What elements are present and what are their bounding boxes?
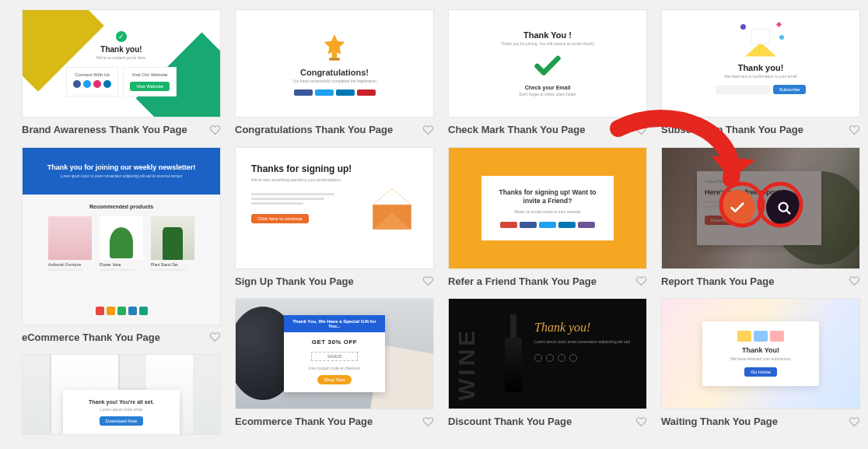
use-template-button[interactable] [719,190,755,226]
svg-rect-0 [332,51,338,58]
heart-icon[interactable] [635,275,647,286]
template-card[interactable]: Thank You, We Have a Special Gift for Yo… [235,298,434,439]
template-title: Brand Awareness Thank You Page [22,124,187,136]
template-thumb[interactable]: Thank You! We have received your submiss… [661,298,860,409]
template-title: Check Mark Thank You Page [448,124,586,136]
template-thumb[interactable]: Thanks for signing up! Want to invite a … [448,147,647,269]
preview-template-button[interactable] [766,190,802,226]
heart-icon[interactable] [209,331,221,342]
template-thumb[interactable]: Congratulations! You have successfully c… [235,9,434,118]
template-thumb[interactable]: Thank You ! Thank you for joining. You w… [448,9,647,118]
template-title: Ecommerce Thank You Page [235,416,373,428]
heart-icon[interactable] [635,416,647,427]
template-card[interactable]: Thank You! We have received your submiss… [661,298,860,439]
template-card[interactable]: ✓ Thank you! We're so excited you're her… [22,9,221,147]
template-title: Refer a Friend Thank You Page [448,275,597,288]
template-thumb[interactable]: WINE Thank you! Lorem ipsum dolor amet c… [448,298,647,409]
hover-overlay [662,148,859,268]
template-thumb[interactable]: Thank you! We have sent a confirmation t… [661,9,860,118]
template-card[interactable]: WINE Thank you! Lorem ipsum dolor amet c… [448,298,647,439]
template-title: Report Thank You Page [661,275,774,288]
template-title: Discount Thank You Page [448,416,572,428]
template-card[interactable]: Thank you! You're all set. Lorem ipsum d… [22,354,221,435]
template-thumb[interactable]: Thank you for joining our weekly newslet… [22,147,221,325]
template-card[interactable]: ● SeedProd Here's your free report Downl… [661,147,860,299]
template-card[interactable]: Thank you! We have sent a confirmation t… [661,9,860,147]
template-title: Waiting Thank You Page [661,416,778,428]
svg-rect-1 [329,58,339,60]
heart-icon[interactable] [209,125,221,135]
heart-icon[interactable] [422,275,434,286]
heart-icon[interactable] [849,125,860,135]
template-card[interactable]: Congratulations! You have successfully c… [235,9,434,147]
heart-icon[interactable] [422,125,434,135]
template-title: Sign Up Thank You Page [235,275,354,288]
template-thumb[interactable]: Thank You, We Have a Special Gift for Yo… [235,298,434,409]
template-card[interactable]: Thanks for signing up! We've sent someth… [235,147,434,299]
template-gallery: ✓ Thank you! We're so excited you're her… [0,0,868,448]
template-thumb[interactable]: Thanks for signing up! We've sent someth… [235,147,434,269]
template-thumb[interactable]: ● SeedProd Here's your free report Downl… [661,147,860,269]
heart-icon[interactable] [849,416,860,427]
template-title: Congratulations Thank You Page [235,124,393,136]
template-thumb[interactable]: Thank you! You're all set. Lorem ipsum d… [22,354,221,435]
template-thumb[interactable]: ✓ Thank you! We're so excited you're her… [22,9,221,118]
svg-line-7 [786,210,789,213]
template-card[interactable]: Thank You ! Thank you for joining. You w… [448,9,647,147]
template-card[interactable]: Thanks for signing up! Want to invite a … [448,147,647,299]
template-title: eCommerce Thank You Page [22,331,160,344]
template-card[interactable]: Thank you for joining our weekly newslet… [22,147,221,355]
svg-marker-3 [373,188,411,205]
heart-icon[interactable] [422,416,434,427]
template-title: Subscription Thank You Page [661,124,803,136]
heart-icon[interactable] [635,125,647,135]
thumb-title: Thank you! [100,45,142,54]
heart-icon[interactable] [849,275,860,286]
